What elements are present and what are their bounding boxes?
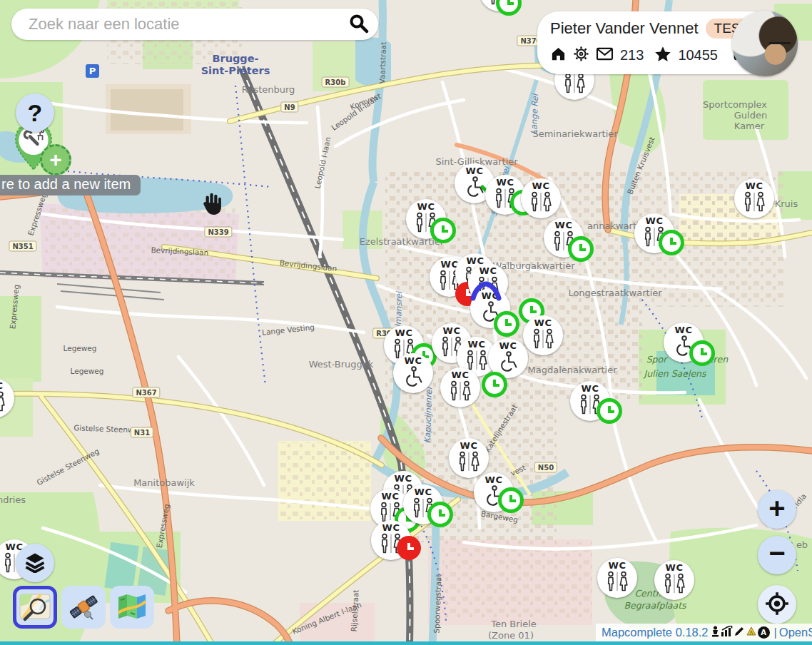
satellite-icon	[67, 591, 100, 624]
wc-label: WC	[395, 328, 413, 337]
wc-label: WC	[666, 563, 684, 572]
toilet-marker[interactable]: WC	[521, 178, 561, 218]
toilet-marker[interactable]: WC	[474, 472, 514, 512]
wc-label: WC	[497, 178, 514, 187]
male-female-toilet-icon	[528, 191, 554, 215]
changesets-count: 10455	[678, 47, 718, 64]
toilet-marker[interactable]: WC	[634, 213, 674, 253]
wc-label: WC	[499, 341, 517, 350]
openstreetmap-link[interactable]: OpenStreetMap	[779, 626, 812, 639]
opening-hours-badge	[494, 311, 519, 337]
attribution-icons: A	[711, 626, 770, 640]
toilet-marker[interactable]: WC	[654, 560, 694, 600]
zoom-out-button[interactable]: −	[758, 536, 796, 574]
toilet-marker[interactable]: WC	[734, 178, 774, 218]
male-female-toilet-icon	[447, 380, 473, 405]
wc-label: WC	[532, 181, 550, 191]
messages-button[interactable]	[596, 46, 614, 64]
toilet-marker[interactable]: WC	[371, 520, 411, 560]
toilet-marker[interactable]: WC	[664, 322, 704, 362]
wc-label: WC	[460, 441, 478, 450]
male-female-toilet-icon	[456, 451, 482, 475]
toilet-marker[interactable]: WC	[406, 199, 446, 239]
wheelchair-toilet-icon	[402, 366, 424, 390]
toilet-marker[interactable]: WC	[488, 338, 528, 378]
toilet-marker[interactable]: WC	[597, 558, 637, 598]
male-female-toilet-icon	[0, 391, 7, 415]
circle-a-icon: A	[758, 626, 770, 639]
geolocate-icon	[765, 591, 789, 618]
opening-hours-badge	[430, 218, 456, 243]
layers-button[interactable]	[16, 544, 54, 582]
opening-hours-badge	[689, 340, 715, 366]
pencil-icon	[734, 626, 745, 640]
toilet-marker[interactable]: WC	[544, 218, 584, 258]
background-option-map[interactable]	[110, 586, 154, 629]
wc-label: WC	[675, 325, 693, 335]
background-option-osm[interactable]	[13, 586, 57, 629]
search-icon	[348, 13, 370, 36]
home-icon	[550, 46, 567, 64]
map-viewport[interactable]: Brugge-Sint-PietersRustenburgSint-Gillis…	[0, 0, 812, 645]
layers-icon	[24, 552, 46, 575]
messages-count: 213	[620, 47, 644, 64]
wc-label: WC	[468, 340, 486, 349]
male-female-toilet-icon	[562, 73, 587, 97]
wc-label: WC	[417, 202, 435, 211]
user-name[interactable]: Pieter Vander Vennet	[550, 19, 699, 38]
toilet-marker[interactable]: WC	[440, 367, 480, 407]
wc-label: WC	[555, 220, 573, 230]
background-option-satellite[interactable]	[61, 586, 106, 629]
wc-label: WC	[485, 475, 503, 484]
folded-map-icon	[116, 591, 148, 624]
wc-label: WC	[646, 216, 664, 225]
wc-label: WC	[452, 370, 470, 380]
attribution-separator: |	[774, 626, 777, 639]
wc-label: WC	[443, 326, 461, 335]
parking-icon: P	[86, 64, 99, 78]
search-input[interactable]	[27, 14, 340, 34]
wc-label: WC	[0, 381, 3, 390]
home-button[interactable]	[550, 46, 567, 64]
wc-label: WC	[382, 523, 400, 532]
add-item-tooltip: re to add a new item	[0, 175, 141, 195]
wc-label: WC	[746, 181, 763, 191]
user-avatar[interactable]	[732, 11, 798, 76]
opening-hours-badge	[498, 487, 524, 513]
attribution-bar: Mapcomplete 0.18.2 A | OpenStreetMap	[596, 624, 812, 641]
gear-icon	[573, 46, 589, 64]
josm-icon	[746, 626, 757, 640]
search-button[interactable]	[340, 9, 378, 40]
toilet-marker[interactable]: WC	[393, 353, 433, 393]
wc-label: WC	[582, 384, 599, 393]
settings-button[interactable]	[573, 46, 589, 64]
opening-hours-badge	[482, 372, 507, 397]
mapcomplete-version-link[interactable]: Mapcomplete 0.18.2	[602, 626, 709, 639]
geolocate-button[interactable]	[758, 585, 796, 624]
toilet-marker[interactable]: WC	[449, 438, 489, 478]
background-layer-picker	[13, 586, 154, 629]
wc-label: WC	[479, 266, 497, 275]
wc-label: WC	[405, 356, 422, 365]
toilet-marker[interactable]: WC	[485, 175, 525, 215]
wc-label: WC	[534, 318, 552, 327]
toilet-marker[interactable]: WC	[523, 315, 563, 355]
male-female-toilet-icon	[661, 573, 687, 597]
statue-icon	[711, 626, 720, 640]
envelope-icon	[596, 46, 614, 64]
add-item-plus-button[interactable]: +	[40, 144, 71, 176]
closed-hours-badge	[397, 536, 421, 560]
male-female-toilet-icon	[741, 191, 767, 215]
changesets-button[interactable]	[654, 46, 671, 64]
toilet-marker[interactable]: WC	[403, 484, 443, 524]
blue-arc-marker	[470, 281, 502, 301]
toilet-marker[interactable]: WC	[570, 381, 610, 421]
pan-hand-icon	[200, 191, 223, 218]
search-bar[interactable]	[11, 9, 378, 40]
male-female-toilet-icon	[604, 571, 630, 595]
wheelchair-toilet-icon	[497, 351, 519, 375]
bottom-teal-bar	[0, 641, 812, 645]
help-button[interactable]: ?	[16, 93, 54, 132]
star-icon	[654, 46, 671, 64]
zoom-in-button[interactable]: +	[758, 490, 796, 529]
